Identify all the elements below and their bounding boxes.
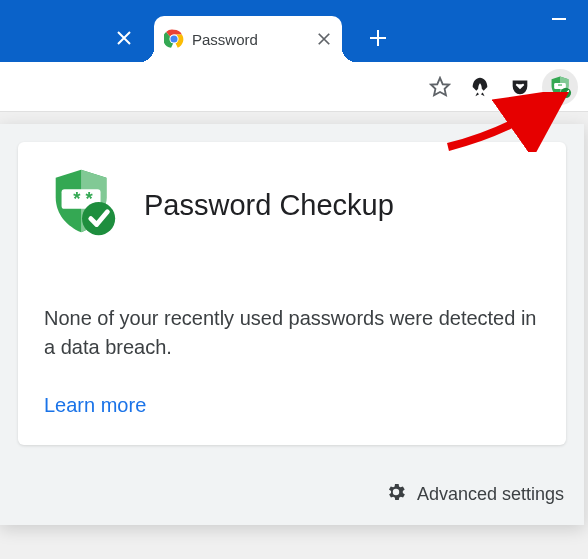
gear-icon xyxy=(385,481,407,508)
rocket-extension-icon[interactable] xyxy=(462,69,498,105)
browser-toolbar: ** xyxy=(0,62,588,112)
new-tab-button[interactable] xyxy=(358,18,398,58)
pocket-extension-icon[interactable] xyxy=(502,69,538,105)
active-tab[interactable]: Password xyxy=(154,16,342,62)
popup-footer: Advanced settings xyxy=(0,463,584,525)
popup-body-text: None of your recently used passwords wer… xyxy=(44,304,540,362)
learn-more-link[interactable]: Learn more xyxy=(44,394,540,417)
browser-titlebar: Password xyxy=(0,0,588,62)
popup-card: * * Password Checkup None of your recent… xyxy=(18,142,566,445)
shield-check-icon: * * xyxy=(44,164,122,246)
bookmark-star-button[interactable] xyxy=(422,69,458,105)
tab-close-button[interactable] xyxy=(316,31,332,47)
tab-title: Password xyxy=(192,31,312,48)
window-minimize-button[interactable] xyxy=(552,18,566,20)
advanced-settings-button[interactable]: Advanced settings xyxy=(417,484,564,505)
popup-title: Password Checkup xyxy=(144,189,394,222)
popup-header: * * Password Checkup xyxy=(44,164,540,246)
svg-point-2 xyxy=(170,35,177,42)
chrome-favicon-icon xyxy=(164,29,184,49)
svg-marker-3 xyxy=(431,77,449,94)
extension-popup: * * Password Checkup None of your recent… xyxy=(0,124,584,525)
password-checkup-extension-icon[interactable]: ** xyxy=(542,69,578,105)
